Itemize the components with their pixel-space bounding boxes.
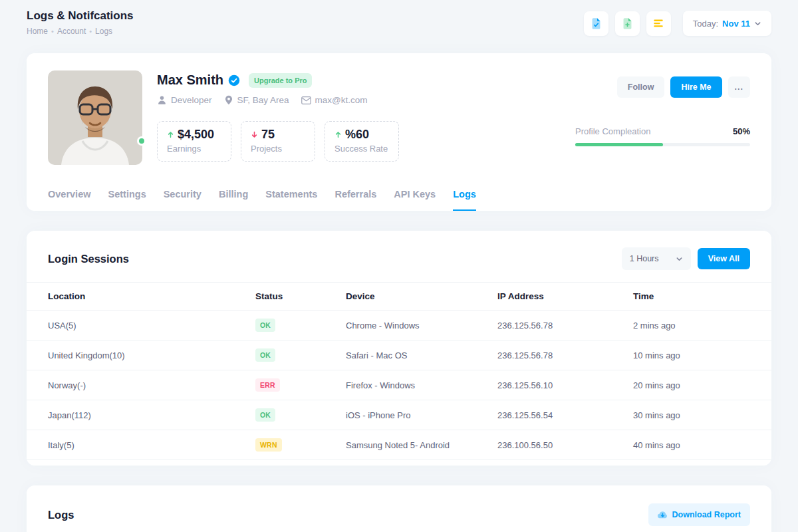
profile-info: Max Smith Upgrade to Pro DeveloperSF, Ba… [142,70,569,165]
stat-value: 75 [261,128,275,142]
tab-overview[interactable]: Overview [48,189,91,211]
column-header-location: Location [27,283,255,311]
session-time: 40 mins ago [633,430,771,460]
hire-me-button[interactable]: Hire Me [670,76,722,98]
download-report-button[interactable]: Download Report [648,503,750,526]
file-check-icon [590,17,602,30]
hours-filter-select[interactable]: 1 Hours [622,247,691,270]
session-time: 10 mins ago [633,340,771,370]
profile-completion-percent: 50% [733,126,750,136]
session-location: Italy(5) [27,430,255,460]
location-pin-icon [224,95,233,105]
profile-completion-label: Profile Compleation [575,126,650,136]
profile-meta-label: max@kt.com [315,95,368,105]
progress-bar-fill [575,143,663,146]
breadcrumb-separator: • [89,27,92,35]
breadcrumb-separator: • [51,27,54,35]
sessions-header-row: LocationStatusDeviceIP AddressTime [27,283,771,311]
sessions-card-header: Login Sessions 1 Hours View All [27,247,771,270]
stat-value: $4,500 [178,128,214,142]
session-status-cell: OK [255,340,346,370]
session-status-cell: OK [255,400,346,430]
session-time: 20 mins ago [633,370,771,400]
logs-title: Logs [48,509,74,521]
breadcrumb-item-logs[interactable]: Logs [95,27,112,36]
file-plus-button[interactable] [615,11,640,36]
chevron-down-icon [676,255,683,263]
profile-name-row: Max Smith Upgrade to Pro [157,72,569,88]
upgrade-to-pro-badge[interactable]: Upgrade to Pro [249,73,312,88]
logs-card: Logs Download Report 500 ERRPOST /v1/inv… [27,485,771,532]
stat-label: Earnings [167,144,221,154]
profile-stats: $4,500Earnings75Projects%60Success Rate [157,121,569,162]
stat-value: %60 [345,128,369,142]
topbar-right: Today: Nov 11 [584,11,771,36]
progress-bar [575,143,750,146]
session-status-cell: ERR [255,370,346,400]
session-device: iOS - iPhone Pro [346,400,497,430]
profile-meta-label: SF, Bay Area [237,95,289,105]
session-ip: 236.100.56.50 [497,430,633,460]
session-ip: 236.125.56.10 [497,370,633,400]
arrow-up-icon [167,131,174,138]
stat-tile-success-rate: %60Success Rate [325,121,399,162]
sessions-table: LocationStatusDeviceIP AddressTime USA(5… [27,282,771,460]
cloud-download-icon [658,511,668,519]
list-lines-button[interactable] [646,11,671,36]
tab-api-keys[interactable]: API Keys [394,189,436,211]
stat-label: Projects [251,144,305,154]
column-header-ip-address: IP Address [497,283,633,311]
user-icon [157,95,167,105]
breadcrumb-item-home[interactable]: Home [27,27,48,36]
tab-statements[interactable]: Statements [265,189,317,211]
profile-name: Max Smith [157,72,223,88]
chevron-down-icon [754,20,761,27]
sessions-title: Login Sessions [48,253,129,265]
column-header-time: Time [633,283,771,311]
sessions-table-head: LocationStatusDeviceIP AddressTime [27,283,771,311]
page-title: Logs & Notifcations [27,9,134,23]
session-location: Japan(112) [27,400,255,430]
file-plus-icon [621,17,634,30]
session-device: Samsung Noted 5- Android [346,430,497,460]
verified-badge-icon [228,74,240,86]
tab-settings[interactable]: Settings [108,189,146,211]
session-status-cell: WRN [255,430,346,460]
profile-meta-item: SF, Bay Area [224,95,289,105]
arrow-up-icon [334,131,342,138]
stat-tile-projects: 75Projects [241,121,315,162]
tab-logs[interactable]: Logs [453,189,476,211]
date-picker-label: Today: [693,19,718,29]
follow-button[interactable]: Follow [617,76,665,98]
session-location: USA(5) [27,311,255,340]
session-status-badge: OK [255,319,275,332]
download-report-label: Download Report [672,510,741,519]
session-status-cell: OK [255,311,346,340]
session-row: Norway(-)ERRFirefox - Windows236.125.56.… [27,370,771,400]
session-status-badge: WRN [255,438,282,452]
tab-billing[interactable]: Billing [219,189,248,211]
session-ip: 236.125.56.78 [497,311,633,340]
file-check-button[interactable] [584,11,608,36]
session-status-badge: ERR [255,378,280,392]
tab-security[interactable]: Security [164,189,201,211]
sessions-table-body: USA(5)OKChrome - Windows236.125.56.782 m… [27,311,771,460]
date-picker-value: Nov 11 [722,19,750,29]
profile-tabs: OverviewSettingsSecurityBillingStatement… [48,189,750,211]
session-row: Japan(112)OKiOS - iPhone Pro236.125.56.5… [27,400,771,430]
session-location: United Kingdom(10) [27,340,255,370]
tab-referrals[interactable]: Referrals [334,189,376,211]
profile-top: Max Smith Upgrade to Pro DeveloperSF, Ba… [48,70,750,165]
login-sessions-card: Login Sessions 1 Hours View All Location… [27,231,771,466]
stat-tile-earnings: $4,500Earnings [157,121,231,162]
profile-completion: Profile Compleation 50% [575,126,750,146]
logs-card-header: Logs Download Report [48,503,750,526]
date-picker-button[interactable]: Today: Nov 11 [683,11,771,36]
more-options-button[interactable]: ... [728,76,750,98]
session-ip: 236.125.56.54 [497,400,633,430]
view-all-button[interactable]: View All [698,248,750,269]
profile-actions: Follow Hire Me ... [617,76,750,98]
breadcrumb-item-account[interactable]: Account [57,27,86,36]
profile-meta-item: Developer [157,95,212,105]
session-time: 30 mins ago [633,400,771,430]
